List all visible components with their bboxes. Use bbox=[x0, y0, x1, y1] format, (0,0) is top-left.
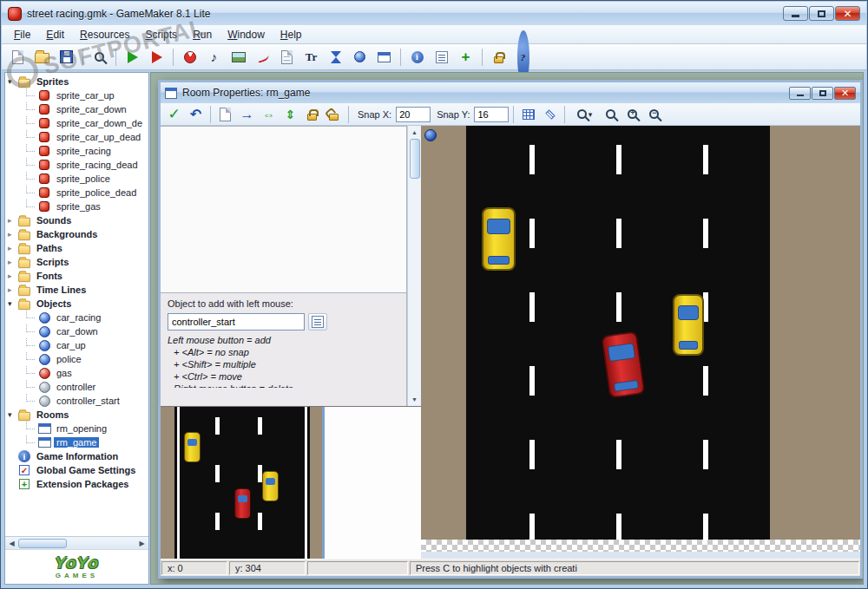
game-information-button[interactable] bbox=[406, 47, 428, 68]
sidebar-item-sprite-car-down[interactable]: sprite_car_down bbox=[5, 102, 148, 116]
tree-horizontal-scrollbar[interactable]: ◀ ▶ bbox=[5, 536, 148, 549]
isometric-toggle-button[interactable] bbox=[540, 105, 560, 124]
panel-vertical-scrollbar[interactable]: ▲ ▼ bbox=[407, 126, 421, 406]
shift-instances-button[interactable]: → bbox=[237, 105, 257, 124]
create-font-button[interactable]: Tr bbox=[300, 47, 322, 68]
room-horizontal-scrollbar[interactable] bbox=[421, 552, 860, 559]
menu-file[interactable]: File bbox=[6, 26, 38, 43]
sort-vertical-button[interactable]: ⇕ bbox=[280, 105, 300, 124]
menu-help[interactable]: Help bbox=[273, 26, 310, 43]
sidebar-item-car-racing[interactable]: car_racing bbox=[5, 311, 148, 324]
sidebar-item-objects[interactable]: Objects bbox=[5, 297, 148, 311]
background-room-window[interactable] bbox=[161, 406, 421, 559]
sidebar-item-fonts[interactable]: Fonts bbox=[5, 269, 148, 283]
room-canvas[interactable] bbox=[421, 126, 860, 559]
sidebar-item-car-up[interactable]: car_up bbox=[5, 338, 148, 352]
unlock-instances-button[interactable] bbox=[324, 105, 344, 124]
snap-y-input[interactable] bbox=[474, 107, 509, 122]
sidebar-item-controller[interactable]: controller bbox=[5, 380, 148, 394]
chevron-right-icon[interactable] bbox=[8, 286, 17, 294]
create-timeline-button[interactable] bbox=[325, 47, 346, 68]
menu-window[interactable]: Window bbox=[220, 26, 273, 43]
sidebar-item-time-lines[interactable]: Time Lines bbox=[5, 283, 148, 297]
sidebar-item-sprite-gas[interactable]: sprite_gas bbox=[5, 200, 148, 213]
maximize-button[interactable] bbox=[809, 6, 834, 21]
room-maximize-button[interactable] bbox=[812, 87, 833, 100]
sidebar-item-backgrounds[interactable]: Backgrounds bbox=[5, 227, 148, 241]
chevron-down-icon[interactable] bbox=[8, 300, 17, 308]
menu-resources[interactable]: Resources bbox=[72, 26, 137, 43]
sidebar-item-rooms[interactable]: Rooms bbox=[5, 408, 148, 422]
create-background-button[interactable] bbox=[227, 47, 249, 68]
sidebar-item-extension-packages[interactable]: Extension Packages bbox=[5, 477, 148, 491]
chevron-right-icon[interactable] bbox=[8, 231, 17, 239]
create-sprite-button[interactable] bbox=[179, 47, 201, 68]
sidebar-item-sounds[interactable]: Sounds bbox=[5, 213, 148, 227]
add-extension-button[interactable]: + bbox=[455, 47, 477, 68]
scroll-right-icon[interactable]: ▶ bbox=[135, 538, 148, 549]
sidebar-item-game-information[interactable]: Game Information bbox=[5, 449, 148, 463]
sidebar-item-controller-start[interactable]: controller_start bbox=[5, 394, 148, 408]
sidebar-item-gas[interactable]: gas bbox=[5, 366, 148, 380]
create-object-button[interactable] bbox=[349, 47, 371, 68]
sidebar-item-rm-game[interactable]: rm_game bbox=[5, 435, 148, 449]
sidebar-item-sprite-police-dead[interactable]: sprite_police_dead bbox=[5, 186, 148, 200]
menu-scripts[interactable]: Scripts bbox=[137, 26, 185, 43]
sidebar-item-paths[interactable]: Paths bbox=[5, 241, 148, 255]
sidebar-item-scripts[interactable]: Scripts bbox=[5, 255, 148, 269]
snap-x-input[interactable] bbox=[396, 107, 431, 122]
instance-list[interactable] bbox=[161, 126, 407, 293]
yellow-car-instance[interactable] bbox=[262, 471, 279, 501]
run-debug-button[interactable] bbox=[146, 47, 168, 68]
new-file-button[interactable] bbox=[7, 47, 29, 68]
sidebar-item-sprite-police[interactable]: sprite_police bbox=[5, 172, 148, 186]
titlebar[interactable]: street racing.gmk - GameMaker 8.1 Lite ✕ bbox=[2, 2, 866, 25]
clear-instances-button[interactable] bbox=[215, 105, 235, 124]
red-car-instance[interactable] bbox=[234, 488, 251, 519]
sidebar-item-sprite-car-down-dead[interactable]: sprite_car_down_de bbox=[5, 116, 148, 130]
chevron-right-icon[interactable] bbox=[8, 217, 17, 225]
scroll-down-icon[interactable]: ▼ bbox=[409, 393, 421, 406]
chevron-right-icon[interactable] bbox=[8, 259, 17, 266]
scrollbar-thumb[interactable] bbox=[18, 539, 67, 548]
yellow-car-instance[interactable] bbox=[673, 294, 704, 356]
sidebar-item-sprite-car-up[interactable]: sprite_car_up bbox=[5, 88, 148, 102]
lock-button[interactable] bbox=[488, 47, 510, 68]
ok-button[interactable]: ✓ bbox=[164, 105, 184, 124]
sidebar-item-global-game-settings[interactable]: Global Game Settings bbox=[5, 463, 148, 477]
run-game-button[interactable] bbox=[122, 47, 143, 68]
chevron-right-icon[interactable] bbox=[8, 245, 17, 252]
open-file-button[interactable] bbox=[31, 47, 53, 68]
chevron-right-icon[interactable] bbox=[8, 272, 17, 280]
sort-horizontal-button[interactable]: ⇔ bbox=[259, 105, 279, 124]
undo-button[interactable]: ↶ bbox=[186, 105, 206, 124]
scroll-left-icon[interactable]: ◀ bbox=[5, 538, 18, 549]
grid-toggle-button[interactable] bbox=[518, 105, 538, 124]
room-window-titlebar[interactable]: Room Properties: rm_game ✕ bbox=[161, 82, 860, 103]
zoom-100-button[interactable] bbox=[89, 47, 110, 68]
sidebar-item-sprite-racing-dead[interactable]: sprite_racing_dead bbox=[5, 158, 148, 172]
close-button[interactable]: ✕ bbox=[835, 6, 860, 21]
help-button[interactable] bbox=[512, 47, 534, 68]
object-picker-button[interactable] bbox=[308, 313, 327, 330]
chevron-down-icon[interactable] bbox=[8, 78, 17, 86]
menu-edit[interactable]: Edit bbox=[38, 26, 72, 43]
zoom-menu-button[interactable]: ▾ bbox=[569, 105, 599, 124]
create-script-button[interactable] bbox=[276, 47, 298, 68]
room-close-button[interactable]: ✕ bbox=[834, 87, 856, 100]
controller-start-instance[interactable] bbox=[424, 129, 437, 141]
sidebar-item-sprites[interactable]: Sprites bbox=[5, 75, 148, 88]
yellow-car-instance[interactable] bbox=[184, 432, 201, 462]
minimize-button[interactable] bbox=[783, 6, 808, 21]
create-sound-button[interactable]: ♪ bbox=[203, 47, 225, 68]
room-minimize-button[interactable] bbox=[789, 87, 811, 100]
create-path-button[interactable] bbox=[252, 47, 273, 68]
object-to-add-input[interactable] bbox=[168, 313, 305, 330]
sidebar-item-sprite-car-up-dead[interactable]: sprite_car_up_dead bbox=[5, 130, 148, 144]
zoom-in-button[interactable]: + bbox=[622, 105, 642, 124]
sidebar-item-rm-opening[interactable]: rm_opening bbox=[5, 422, 148, 435]
menu-run[interactable]: Run bbox=[185, 26, 220, 43]
zoom-actual-button[interactable] bbox=[601, 105, 621, 124]
sidebar-item-police[interactable]: police bbox=[5, 352, 148, 366]
save-file-button[interactable] bbox=[56, 47, 77, 68]
